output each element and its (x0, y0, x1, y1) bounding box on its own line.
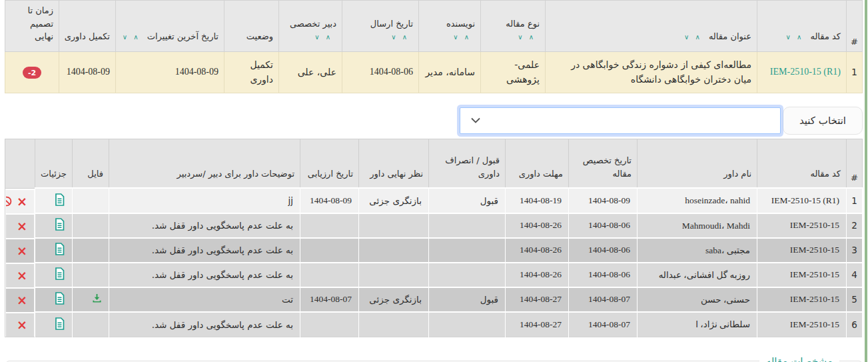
accept-cell (429, 312, 506, 337)
column-header-details: جزئیات (35, 139, 73, 188)
details-cell (35, 263, 73, 287)
file-cell (73, 238, 109, 263)
column-header-article-title[interactable]: عنوان مقاله ∨ ∧ (546, 1, 757, 52)
document-details-icon[interactable] (54, 243, 65, 255)
reviewer-filter-row: انتخاب کنید (5, 107, 863, 135)
article-details-section: مشخصات مقاله (5, 355, 863, 362)
sort-icons[interactable]: ∨ ∧ (684, 32, 702, 42)
article-type-cell: علمی-پژوهشی (481, 51, 546, 93)
articles-table: # کد مقاله ∨ ∧ عنوان مقاله ∨ ∧ نوع مقاله… (5, 0, 863, 93)
article-code-link[interactable]: IEM-2510-15 (R1) (770, 67, 841, 77)
comment-cell: jj (109, 188, 300, 213)
reviewer-name-cell: Mahmoudi، Mahdi (638, 213, 757, 238)
column-header-last-change-date[interactable]: تاریخ آخرین تغییرات ∨ ∧ (116, 1, 224, 52)
assign-date-cell: 1404-08-06 (569, 238, 638, 263)
evaluation-date-cell (300, 312, 359, 337)
reviewer-name-cell: روزبه گل افشانی، عبداله (638, 263, 757, 287)
column-header-article-code: کد مقاله (757, 139, 847, 188)
final-opinion-cell (359, 213, 429, 238)
file-cell (73, 263, 109, 287)
column-header-review-complete: تکمیل داوری (59, 1, 116, 52)
assign-date-cell: 1404-08-06 (569, 213, 638, 238)
file-cell (73, 312, 109, 337)
document-details-icon[interactable] (54, 292, 65, 305)
reviewer-row: 1 IEM-2510-15 (R1) hoseinzade، nahid 140… (5, 188, 863, 213)
reviewer-row: 6 IEM-2510-15 سلطانی نژاد، ا 1404-08-07 … (5, 312, 863, 337)
final-opinion-cell: بازنگری جزئی (359, 188, 429, 213)
reviewer-select[interactable] (460, 107, 781, 134)
details-cell (35, 287, 73, 312)
remove-reviewer-x-icon[interactable]: × (17, 195, 27, 208)
accept-cell (429, 213, 506, 238)
column-header-time-to-decision: زمان تا تصمیم نهایی (5, 1, 59, 52)
download-icon[interactable] (92, 293, 102, 303)
sort-icons[interactable]: ∨ ∧ (123, 32, 141, 42)
sort-icons[interactable]: ∨ ∧ (518, 32, 536, 42)
column-header-status: وضعیت (224, 1, 279, 52)
reviewer-select-label: انتخاب کنید (783, 107, 863, 135)
accept-cell (429, 263, 506, 287)
article-code-cell: IEM-2510-15 (757, 238, 847, 263)
assign-date-cell: 1404-08-07 (569, 287, 638, 312)
accept-cell (429, 238, 506, 263)
column-header-reviewer-comments: توضیحات داور برای دبیر /سردبیر (109, 139, 300, 188)
comment-cell: تت (109, 287, 300, 312)
document-details-icon[interactable] (54, 218, 65, 231)
comment-cell: به علت عدم پاسخگویی داور قفل شد. (109, 312, 300, 337)
reviewer-name-cell: سلطانی نژاد، ا (638, 312, 757, 337)
actions-cell: × (5, 189, 35, 213)
reviewer-row: 2 IEM-2510-15 Mahmoudi، Mahdi 1404-08-06… (5, 213, 863, 238)
remove-reviewer-x-icon[interactable]: × (17, 245, 27, 257)
deadline-cell: 1404-08-26 (506, 238, 569, 263)
article-title-cell: مطالعه‌ای کیفی از دشواره زندگی خوابگاهی … (546, 51, 757, 93)
deadline-cell: 1404-08-26 (506, 263, 569, 287)
deadline-cell: 1404-08-26 (506, 213, 569, 238)
document-details-icon[interactable] (54, 193, 65, 206)
article-submit-date-cell: 1404-08-06 (342, 51, 419, 93)
evaluation-date-cell (300, 263, 359, 287)
document-details-icon[interactable] (54, 267, 65, 280)
evaluation-date-cell (300, 213, 359, 238)
article-row-number: 1 (847, 51, 863, 93)
column-header-section-editor[interactable]: دبیر تخصصی ∨ ∧ (279, 1, 342, 52)
chevron-down-icon (471, 117, 480, 123)
row-number: 6 (847, 312, 863, 337)
final-opinion-cell (359, 312, 429, 337)
column-header-row-number: # (847, 139, 863, 188)
sort-icons[interactable]: ∨ ∧ (391, 32, 409, 42)
column-header-article-type[interactable]: نوع مقاله ∨ ∧ (481, 1, 546, 52)
article-row: 1 IEM-2510-15 (R1) مطالعه‌ای کیفی از دشو… (5, 51, 863, 93)
details-cell (35, 312, 73, 337)
column-header-article-code[interactable]: کد مقاله ∨ ∧ (757, 1, 847, 52)
actions-cell: × (5, 312, 35, 337)
remove-reviewer-x-icon[interactable]: × (17, 220, 27, 233)
deadline-cell: 1404-08-27 (506, 312, 569, 337)
sort-icons[interactable]: ∨ ∧ (314, 32, 332, 42)
column-header-submit-date[interactable]: تاریخ ارسال ∨ ∧ (342, 1, 419, 52)
details-cell (35, 238, 73, 263)
column-header-file: فایل (73, 139, 109, 188)
column-header-evaluation-date: تاریخ ارزیابی (300, 139, 359, 188)
days-remaining-badge: -2 (23, 67, 41, 79)
article-code-cell: IEM-2510-15 (757, 213, 847, 238)
comment-cell: به علت عدم پاسخگویی داور قفل شد. (109, 238, 300, 263)
remove-reviewer-x-icon[interactable]: × (17, 269, 27, 282)
sort-icons[interactable]: ∨ ∧ (785, 32, 803, 42)
final-opinion-cell (359, 238, 429, 263)
actions-cell: × (5, 238, 35, 263)
column-header-author[interactable]: نویسنده ∨ ∧ (419, 1, 481, 52)
column-header-accept-decline: قبول / انصراف داوری (429, 139, 506, 188)
remove-reviewer-x-icon[interactable]: × (17, 319, 27, 331)
article-author-cell: سامانه، مدیر (419, 51, 481, 93)
actions-cell: × (5, 213, 35, 238)
document-details-icon[interactable] (54, 317, 65, 330)
reviewer-name-cell: حسنی، حسن (638, 287, 757, 312)
remove-reviewer-x-icon[interactable]: × (17, 294, 27, 307)
ban-icon[interactable] (5, 196, 12, 207)
page-edge-accent-bar (865, 0, 867, 362)
evaluation-date-cell: 1404-08-09 (300, 188, 359, 213)
sort-icons[interactable]: ∨ ∧ (453, 32, 471, 42)
article-code-cell: IEM-2510-15 (R1) (757, 51, 847, 93)
evaluation-date-cell (300, 238, 359, 263)
details-cell (35, 188, 73, 213)
